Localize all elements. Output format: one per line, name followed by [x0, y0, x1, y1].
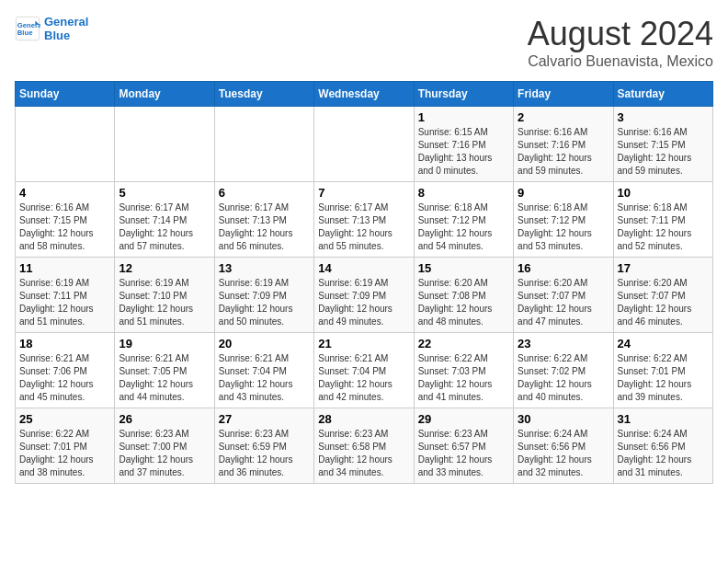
week-row-2: 4Sunrise: 6:16 AM Sunset: 7:15 PM Daylig…: [16, 182, 713, 258]
day-number: 29: [418, 412, 509, 426]
day-info: Sunrise: 6:20 AM Sunset: 7:08 PM Dayligh…: [418, 277, 509, 328]
day-cell: 2Sunrise: 6:16 AM Sunset: 7:16 PM Daylig…: [514, 107, 613, 182]
day-number: 11: [19, 261, 110, 275]
day-number: 27: [219, 412, 310, 426]
day-number: 3: [618, 110, 709, 124]
day-info: Sunrise: 6:15 AM Sunset: 7:16 PM Dayligh…: [418, 126, 509, 178]
col-header-sunday: Sunday: [16, 82, 115, 107]
day-number: 6: [219, 186, 310, 200]
day-number: 13: [219, 261, 310, 275]
day-info: Sunrise: 6:24 AM Sunset: 6:56 PM Dayligh…: [618, 428, 709, 479]
calendar-body: 1Sunrise: 6:15 AM Sunset: 7:16 PM Daylig…: [16, 107, 713, 484]
day-cell: 30Sunrise: 6:24 AM Sunset: 6:56 PM Dayli…: [514, 408, 613, 484]
day-number: 18: [19, 337, 110, 350]
day-info: Sunrise: 6:22 AM Sunset: 7:01 PM Dayligh…: [618, 352, 709, 404]
page-header: General Blue General Blue August 2024 Ca…: [15, 15, 713, 70]
day-cell: 20Sunrise: 6:21 AM Sunset: 7:04 PM Dayli…: [214, 333, 313, 408]
day-cell: 27Sunrise: 6:23 AM Sunset: 6:59 PM Dayli…: [214, 408, 313, 484]
day-cell: 3Sunrise: 6:16 AM Sunset: 7:15 PM Daylig…: [613, 107, 712, 182]
calendar-header: SundayMondayTuesdayWednesdayThursdayFrid…: [16, 82, 713, 107]
day-number: 10: [618, 186, 709, 200]
day-info: Sunrise: 6:17 AM Sunset: 7:13 PM Dayligh…: [219, 201, 310, 253]
day-cell: 31Sunrise: 6:24 AM Sunset: 6:56 PM Dayli…: [613, 408, 712, 484]
day-info: Sunrise: 6:20 AM Sunset: 7:07 PM Dayligh…: [618, 277, 709, 328]
day-info: Sunrise: 6:19 AM Sunset: 7:10 PM Dayligh…: [119, 277, 210, 328]
day-number: 20: [219, 337, 310, 350]
day-info: Sunrise: 6:17 AM Sunset: 7:13 PM Dayligh…: [318, 201, 409, 253]
day-info: Sunrise: 6:18 AM Sunset: 7:12 PM Dayligh…: [518, 201, 609, 253]
day-cell: 6Sunrise: 6:17 AM Sunset: 7:13 PM Daylig…: [214, 182, 313, 258]
day-number: 28: [318, 412, 409, 426]
day-cell: 21Sunrise: 6:21 AM Sunset: 7:04 PM Dayli…: [314, 333, 414, 408]
logo-icon: General Blue: [15, 16, 40, 41]
day-info: Sunrise: 6:17 AM Sunset: 7:14 PM Dayligh…: [119, 201, 210, 253]
col-header-monday: Monday: [115, 82, 214, 107]
day-cell: 11Sunrise: 6:19 AM Sunset: 7:11 PM Dayli…: [16, 258, 115, 333]
day-number: 19: [119, 337, 210, 350]
day-info: Sunrise: 6:21 AM Sunset: 7:04 PM Dayligh…: [318, 352, 409, 404]
day-cell: 7Sunrise: 6:17 AM Sunset: 7:13 PM Daylig…: [314, 182, 414, 258]
logo-line2: Blue: [44, 29, 70, 42]
day-number: 16: [518, 261, 609, 275]
day-number: 15: [418, 261, 509, 275]
day-number: 14: [318, 261, 409, 275]
subtitle: Calvario Buenavista, Mexico: [528, 53, 713, 70]
col-header-friday: Friday: [514, 82, 613, 107]
day-info: Sunrise: 6:19 AM Sunset: 7:09 PM Dayligh…: [219, 277, 310, 328]
day-cell: 29Sunrise: 6:23 AM Sunset: 6:57 PM Dayli…: [414, 408, 513, 484]
col-header-thursday: Thursday: [414, 82, 513, 107]
week-row-5: 25Sunrise: 6:22 AM Sunset: 7:01 PM Dayli…: [16, 408, 713, 484]
day-number: 4: [19, 186, 110, 200]
day-info: Sunrise: 6:16 AM Sunset: 7:16 PM Dayligh…: [518, 126, 609, 178]
day-number: 24: [618, 337, 709, 350]
day-number: 1: [418, 110, 509, 124]
day-info: Sunrise: 6:23 AM Sunset: 7:00 PM Dayligh…: [119, 428, 210, 479]
day-info: Sunrise: 6:23 AM Sunset: 6:58 PM Dayligh…: [318, 428, 409, 479]
day-number: 17: [618, 261, 709, 275]
col-header-tuesday: Tuesday: [214, 82, 313, 107]
day-cell: 14Sunrise: 6:19 AM Sunset: 7:09 PM Dayli…: [314, 258, 414, 333]
day-number: 7: [318, 186, 409, 200]
day-cell: 25Sunrise: 6:22 AM Sunset: 7:01 PM Dayli…: [16, 408, 115, 484]
logo: General Blue General Blue: [15, 15, 88, 42]
day-number: 31: [618, 412, 709, 426]
col-header-saturday: Saturday: [613, 82, 712, 107]
day-cell: [314, 107, 414, 182]
day-cell: 10Sunrise: 6:18 AM Sunset: 7:11 PM Dayli…: [613, 182, 712, 258]
day-number: 22: [418, 337, 509, 350]
day-info: Sunrise: 6:23 AM Sunset: 6:59 PM Dayligh…: [219, 428, 310, 479]
day-cell: 17Sunrise: 6:20 AM Sunset: 7:07 PM Dayli…: [613, 258, 712, 333]
day-number: 2: [518, 110, 609, 124]
day-info: Sunrise: 6:22 AM Sunset: 7:03 PM Dayligh…: [418, 352, 509, 404]
day-cell: 23Sunrise: 6:22 AM Sunset: 7:02 PM Dayli…: [514, 333, 613, 408]
day-cell: 4Sunrise: 6:16 AM Sunset: 7:15 PM Daylig…: [16, 182, 115, 258]
day-info: Sunrise: 6:16 AM Sunset: 7:15 PM Dayligh…: [618, 126, 709, 178]
day-number: 5: [119, 186, 210, 200]
day-info: Sunrise: 6:18 AM Sunset: 7:11 PM Dayligh…: [618, 201, 709, 253]
day-info: Sunrise: 6:24 AM Sunset: 6:56 PM Dayligh…: [518, 428, 609, 479]
day-number: 25: [19, 412, 110, 426]
day-number: 23: [518, 337, 609, 350]
day-cell: 24Sunrise: 6:22 AM Sunset: 7:01 PM Dayli…: [613, 333, 712, 408]
day-cell: [16, 107, 115, 182]
day-info: Sunrise: 6:21 AM Sunset: 7:06 PM Dayligh…: [19, 352, 110, 404]
week-row-1: 1Sunrise: 6:15 AM Sunset: 7:16 PM Daylig…: [16, 107, 713, 182]
day-number: 21: [318, 337, 409, 350]
day-info: Sunrise: 6:22 AM Sunset: 7:01 PM Dayligh…: [19, 428, 110, 479]
day-number: 9: [518, 186, 609, 200]
day-cell: 13Sunrise: 6:19 AM Sunset: 7:09 PM Dayli…: [214, 258, 313, 333]
week-row-3: 11Sunrise: 6:19 AM Sunset: 7:11 PM Dayli…: [16, 258, 713, 333]
svg-text:Blue: Blue: [17, 29, 33, 37]
day-cell: 18Sunrise: 6:21 AM Sunset: 7:06 PM Dayli…: [16, 333, 115, 408]
day-cell: 22Sunrise: 6:22 AM Sunset: 7:03 PM Dayli…: [414, 333, 513, 408]
day-number: 30: [518, 412, 609, 426]
col-header-wednesday: Wednesday: [314, 82, 414, 107]
day-info: Sunrise: 6:21 AM Sunset: 7:04 PM Dayligh…: [219, 352, 310, 404]
day-number: 26: [119, 412, 210, 426]
day-cell: 8Sunrise: 6:18 AM Sunset: 7:12 PM Daylig…: [414, 182, 513, 258]
day-cell: 16Sunrise: 6:20 AM Sunset: 7:07 PM Dayli…: [514, 258, 613, 333]
day-cell: 1Sunrise: 6:15 AM Sunset: 7:16 PM Daylig…: [414, 107, 513, 182]
day-info: Sunrise: 6:20 AM Sunset: 7:07 PM Dayligh…: [518, 277, 609, 328]
day-cell: 26Sunrise: 6:23 AM Sunset: 7:00 PM Dayli…: [115, 408, 214, 484]
day-cell: [115, 107, 214, 182]
